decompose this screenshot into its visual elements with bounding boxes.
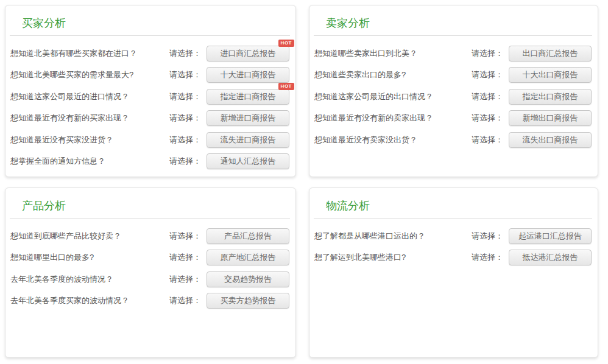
report-button-wrap: 原产地汇总报告 bbox=[207, 250, 289, 265]
report-button[interactable]: 产品汇总报告 bbox=[207, 228, 289, 244]
report-button[interactable]: 新增出口商报告 bbox=[509, 110, 592, 126]
report-row: 想知道到底哪些产品比较好卖？ 请选择： 产品汇总报告 bbox=[5, 225, 295, 247]
question-text: 想知道北美哪些买家的需求量最大? bbox=[10, 69, 169, 80]
report-row: 想知道最近没有卖家没出货？ 请选择： 流失出口商报告 bbox=[309, 129, 598, 151]
report-button-wrap: 抵达港汇总报告 bbox=[509, 250, 592, 265]
question-text: 想知道最近有没有新的买家出现？ bbox=[10, 113, 169, 124]
select-label: 请选择： bbox=[169, 69, 201, 80]
select-label: 请选择： bbox=[472, 48, 503, 59]
report-button-wrap: 产品汇总报告 bbox=[207, 228, 289, 244]
report-row: 想知道最近没有买家没进货？ 请选择： 流失进口商报告 bbox=[5, 129, 295, 151]
report-row: 想了解运到北美哪些港口? 请选择： 抵达港汇总报告 bbox=[309, 247, 598, 269]
question-text: 想了解都是从哪些港口运出的？ bbox=[314, 231, 472, 242]
select-label: 请选择： bbox=[472, 231, 503, 242]
report-row: 想知道哪里出口的最多? 请选择： 原产地汇总报告 bbox=[5, 247, 295, 269]
question-text: 想知道些卖家出口的最多? bbox=[314, 69, 472, 80]
question-text: 去年北美各季度买家的波动情况？ bbox=[10, 295, 169, 306]
question-text: 想知道哪些卖家出口到北美？ bbox=[314, 48, 472, 59]
report-button-wrap: 进口商汇总报告 HOT bbox=[207, 46, 289, 61]
select-label: 请选择： bbox=[169, 91, 201, 102]
report-row: 去年北美各季度的波动情况？ 请选择： 交易趋势报告 bbox=[5, 268, 295, 290]
report-button[interactable]: 买卖方趋势报告 bbox=[207, 293, 289, 309]
select-label: 请选择： bbox=[472, 135, 503, 145]
report-row: 想知道些卖家出口的最多? 请选择： 十大出口商报告 bbox=[309, 65, 598, 86]
panel-title: 物流分析 bbox=[309, 188, 598, 213]
report-row: 想知道这家公司最近的进口情况？ 请选择： 指定进口商报告 HOT bbox=[5, 86, 295, 108]
report-button[interactable]: 指定出口商报告 bbox=[509, 89, 592, 105]
select-label: 请选择： bbox=[169, 113, 201, 124]
report-button-wrap: 十大出口商报告 bbox=[509, 67, 592, 83]
select-label: 请选择： bbox=[472, 91, 503, 102]
report-button[interactable]: 原产地汇总报告 bbox=[207, 250, 289, 265]
panel-logistics-analysis: 物流分析 想了解都是从哪些港口运出的？ 请选择： 起运港口汇总报告 想了解运到北… bbox=[309, 187, 598, 358]
report-rows: 想知道哪些卖家出口到北美？ 请选择： 出口商汇总报告 想知道些卖家出口的最多? … bbox=[309, 36, 598, 151]
report-button[interactable]: 出口商汇总报告 bbox=[509, 46, 592, 61]
report-button-wrap: 交易趋势报告 bbox=[207, 271, 289, 287]
select-label: 请选择： bbox=[169, 252, 201, 263]
report-button-wrap: 十大进口商报告 bbox=[207, 67, 289, 83]
report-button[interactable]: 流失进口商报告 bbox=[207, 132, 289, 148]
hot-badge: HOT bbox=[278, 40, 294, 47]
question-text: 想知道到底哪些产品比较好卖？ bbox=[10, 231, 169, 242]
hot-badge: HOT bbox=[278, 83, 294, 90]
panel-seller-analysis: 卖家分析 想知道哪些卖家出口到北美？ 请选择： 出口商汇总报告 想知道些卖家出口… bbox=[309, 5, 598, 177]
report-button-wrap: 新增出口商报告 bbox=[509, 110, 592, 126]
report-button-wrap: 起运港口汇总报告 bbox=[509, 228, 592, 244]
report-button-wrap: 通知人汇总报告 bbox=[207, 153, 289, 169]
report-button[interactable]: 十大进口商报告 bbox=[207, 67, 289, 83]
question-text: 想知道北美都有哪些买家都在进口？ bbox=[10, 48, 169, 59]
panel-title: 买家分析 bbox=[5, 5, 295, 30]
report-row: 想了解都是从哪些港口运出的？ 请选择： 起运港口汇总报告 bbox=[309, 225, 598, 247]
report-button[interactable]: 流失出口商报告 bbox=[509, 132, 592, 148]
select-label: 请选择： bbox=[169, 48, 201, 59]
question-text: 想知道这家公司最近的出口情况？ bbox=[314, 91, 472, 102]
report-button[interactable]: 进口商汇总报告 bbox=[207, 46, 289, 61]
report-button[interactable]: 十大出口商报告 bbox=[509, 67, 592, 83]
question-text: 想知道最近没有卖家没出货？ bbox=[314, 135, 472, 145]
question-text: 想知道这家公司最近的进口情况？ bbox=[10, 91, 169, 102]
report-button[interactable]: 新增进口商报告 bbox=[207, 110, 289, 126]
panel-title: 产品分析 bbox=[5, 188, 295, 213]
report-button-wrap: 流失进口商报告 bbox=[207, 132, 289, 148]
report-row: 想知道北美哪些买家的需求量最大? 请选择： 十大进口商报告 bbox=[5, 65, 295, 86]
report-rows: 想知道北美都有哪些买家都在进口？ 请选择： 进口商汇总报告 HOT 想知道北美哪… bbox=[5, 36, 295, 172]
report-button-wrap: 指定进口商报告 HOT bbox=[207, 89, 289, 105]
report-button-wrap: 新增进口商报告 bbox=[207, 110, 289, 126]
question-text: 想知道最近有没有新的卖家出现？ bbox=[314, 113, 472, 124]
question-text: 想掌握全面的通知方信息？ bbox=[10, 156, 169, 167]
question-text: 去年北美各季度的波动情况？ bbox=[10, 274, 169, 285]
report-button[interactable]: 抵达港汇总报告 bbox=[509, 250, 592, 265]
select-label: 请选择： bbox=[472, 69, 503, 80]
report-row: 想知道哪些卖家出口到北美？ 请选择： 出口商汇总报告 bbox=[309, 43, 598, 65]
select-label: 请选择： bbox=[169, 231, 201, 242]
select-label: 请选择： bbox=[169, 156, 201, 167]
panel-buyer-analysis: 买家分析 想知道北美都有哪些买家都在进口？ 请选择： 进口商汇总报告 HOT 想… bbox=[5, 5, 296, 177]
question-text: 想知道哪里出口的最多? bbox=[10, 252, 169, 263]
report-row: 想掌握全面的通知方信息？ 请选择： 通知人汇总报告 bbox=[5, 151, 295, 173]
select-label: 请选择： bbox=[472, 252, 503, 263]
report-button[interactable]: 起运港口汇总报告 bbox=[509, 228, 592, 244]
report-button-wrap: 指定出口商报告 bbox=[509, 89, 592, 105]
report-row: 想知道最近有没有新的卖家出现？ 请选择： 新增出口商报告 bbox=[309, 108, 598, 130]
report-row: 去年北美各季度买家的波动情况？ 请选择： 买卖方趋势报告 bbox=[5, 290, 295, 312]
report-row: 想知道北美都有哪些买家都在进口？ 请选择： 进口商汇总报告 HOT bbox=[5, 43, 295, 65]
report-button[interactable]: 通知人汇总报告 bbox=[207, 153, 289, 169]
report-button-wrap: 出口商汇总报告 bbox=[509, 46, 592, 61]
report-button[interactable]: 交易趋势报告 bbox=[207, 271, 289, 287]
question-text: 想知道最近没有买家没进货？ bbox=[10, 135, 169, 145]
report-button[interactable]: 指定进口商报告 bbox=[207, 89, 289, 105]
report-rows: 想知道到底哪些产品比较好卖？ 请选择： 产品汇总报告 想知道哪里出口的最多? 请… bbox=[5, 219, 295, 312]
report-rows: 想了解都是从哪些港口运出的？ 请选择： 起运港口汇总报告 想了解运到北美哪些港口… bbox=[309, 219, 598, 268]
panel-product-analysis: 产品分析 想知道到底哪些产品比较好卖？ 请选择： 产品汇总报告 想知道哪里出口的… bbox=[5, 187, 296, 358]
panel-title: 卖家分析 bbox=[309, 5, 598, 30]
select-label: 请选择： bbox=[169, 295, 201, 306]
question-text: 想了解运到北美哪些港口? bbox=[314, 252, 472, 263]
report-button-wrap: 买卖方趋势报告 bbox=[207, 293, 289, 309]
report-row: 想知道这家公司最近的出口情况？ 请选择： 指定出口商报告 bbox=[309, 86, 598, 108]
select-label: 请选择： bbox=[169, 135, 201, 145]
select-label: 请选择： bbox=[472, 113, 503, 124]
select-label: 请选择： bbox=[169, 274, 201, 285]
report-row: 想知道最近有没有新的买家出现？ 请选择： 新增进口商报告 bbox=[5, 108, 295, 130]
report-button-wrap: 流失出口商报告 bbox=[509, 132, 592, 148]
